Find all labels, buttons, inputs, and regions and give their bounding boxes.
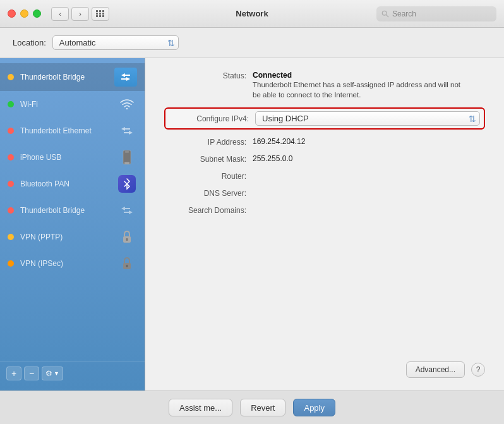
remove-interface-button[interactable]: − [24,366,39,380]
search-domains-label: Search Domains: [164,205,253,215]
sidebar-item-label: Thunderbolt Ethernet [20,126,117,135]
sidebar-item-label: Wi-Fi [20,100,117,109]
svg-point-0 [382,11,387,15]
status-dot-red [8,154,14,161]
status-dot-red [8,207,14,214]
sidebar-item-wifi[interactable]: Wi-Fi [0,91,145,118]
forward-button[interactable]: › [71,7,89,21]
status-dot-yellow [8,234,14,240]
bluetooth-icon [117,175,137,193]
ip-address-row: IP Address: 169.254.204.12 [164,137,485,147]
nav-buttons: ‹ › [51,7,89,21]
location-label: Location: [13,38,46,47]
subnet-mask-row: Subnet Mask: 255.255.0.0 [164,154,485,164]
status-value: Connected [253,71,461,80]
traffic-lights [8,9,41,18]
arrows-icon-2 [117,202,137,219]
search-bar[interactable]: Search [376,6,496,21]
title-bar: ‹ › Network Search [0,0,504,28]
sidebar-item-label: VPN (IPSec) [20,259,117,268]
grid-button[interactable] [92,7,109,21]
advanced-button[interactable]: Advanced... [406,361,465,378]
sidebar-toolbar: + − ⚙ ▼ [0,361,145,385]
sidebar-item-iphone-usb[interactable]: iPhone USB [0,144,145,171]
dns-server-row: DNS Server: [164,188,485,198]
search-placeholder: Search [392,9,416,18]
sidebar: Thunderbolt Bridge Wi-Fi [0,58,145,391]
sidebar-item-bluetooth-pan[interactable]: Bluetooth PAN [0,171,145,197]
svg-point-2 [126,108,128,109]
sidebar-item-label: Thunderbolt Bridge [20,73,114,82]
back-button[interactable]: ‹ [51,7,69,21]
status-value-group: Connected Thunderbolt Ethernet has a sel… [253,71,461,100]
status-dot-green [8,101,14,107]
add-interface-button[interactable]: + [6,366,21,380]
arrows-icon [117,122,137,140]
active-arrows-icon [114,68,137,87]
lock-icon-2 [117,255,137,272]
minimize-button[interactable] [20,9,28,18]
gear-chevron-icon: ▼ [54,370,59,377]
sidebar-item-label: Bluetooth PAN [20,179,117,188]
svg-rect-4 [125,152,129,152]
window-title: Network [236,9,268,18]
sidebar-item-vpn-ipsec[interactable]: VPN (IPSec) [0,250,145,277]
location-bar: Location: Automatic ⇅ [0,28,504,58]
ip-address-label: IP Address: [164,137,253,147]
action-bar: Assist me... Revert Apply [0,391,504,424]
svg-rect-7 [126,238,128,241]
status-dot-red [8,128,14,134]
configure-ipv4-select-wrapper: Using DHCP Manually Using BOOTP Off Usin… [255,111,480,126]
status-description: Thunderbolt Ethernet has a self-assigned… [253,80,461,100]
search-icon [381,10,389,18]
svg-rect-5 [124,162,129,164]
main-content: Location: Automatic ⇅ Thunderbolt Bridge [0,28,504,424]
search-domains-row: Search Domains: [164,205,485,215]
gear-menu-button[interactable]: ⚙ ▼ [42,366,63,380]
subnet-mask-value: 255.255.0.0 [253,154,485,163]
sidebar-item-thunderbolt-ethernet[interactable]: Thunderbolt Ethernet [0,118,145,144]
status-dot-orange [8,260,14,267]
body-split: Thunderbolt Bridge Wi-Fi [0,58,504,391]
svg-line-1 [386,15,388,17]
sidebar-item-thunderbolt-bridge-2[interactable]: Thunderbolt Bridge [0,197,145,224]
sidebar-item-vpn-pptp[interactable]: VPN (PPTP) [0,224,145,250]
configure-ipv4-label: Configure IPv4: [169,114,255,123]
svg-rect-9 [126,265,128,267]
svg-rect-3 [123,150,131,164]
sidebar-item-label: Thunderbolt Bridge [20,206,117,215]
status-label: Status: [164,71,253,80]
phone-icon [117,148,137,166]
assist-me-button[interactable]: Assist me... [169,399,232,416]
sidebar-item-label: iPhone USB [20,153,117,162]
grid-icon [96,10,105,17]
revert-button[interactable]: Revert [240,399,285,416]
lock-icon [117,228,137,246]
status-row: Status: Connected Thunderbolt Ethernet h… [164,71,485,100]
configure-ipv4-select[interactable]: Using DHCP Manually Using BOOTP Off Usin… [255,111,480,126]
bottom-buttons: Advanced... ? [164,351,485,378]
location-select[interactable]: Automatic [52,35,179,50]
maximize-button[interactable] [33,9,41,18]
configure-ipv4-row: Configure IPv4: Using DHCP Manually Usin… [164,107,485,130]
subnet-mask-label: Subnet Mask: [164,154,253,164]
wifi-icon [117,95,137,113]
location-select-wrapper: Automatic ⇅ [52,35,179,50]
status-dot-yellow [8,74,14,80]
detail-panel: Status: Connected Thunderbolt Ethernet h… [145,58,504,391]
router-row: Router: [164,171,485,181]
help-button[interactable]: ? [471,363,485,377]
dns-server-label: DNS Server: [164,188,253,198]
sidebar-item-thunderbolt-bridge[interactable]: Thunderbolt Bridge [0,63,145,91]
router-label: Router: [164,171,253,181]
ip-address-value: 169.254.204.12 [253,137,485,146]
sidebar-item-label: VPN (PPTP) [20,233,117,241]
apply-button[interactable]: Apply [293,399,335,416]
detail-rows: Status: Connected Thunderbolt Ethernet h… [164,71,485,351]
close-button[interactable] [8,9,16,18]
gear-icon: ⚙ [45,369,52,378]
status-dot-red [8,181,14,187]
